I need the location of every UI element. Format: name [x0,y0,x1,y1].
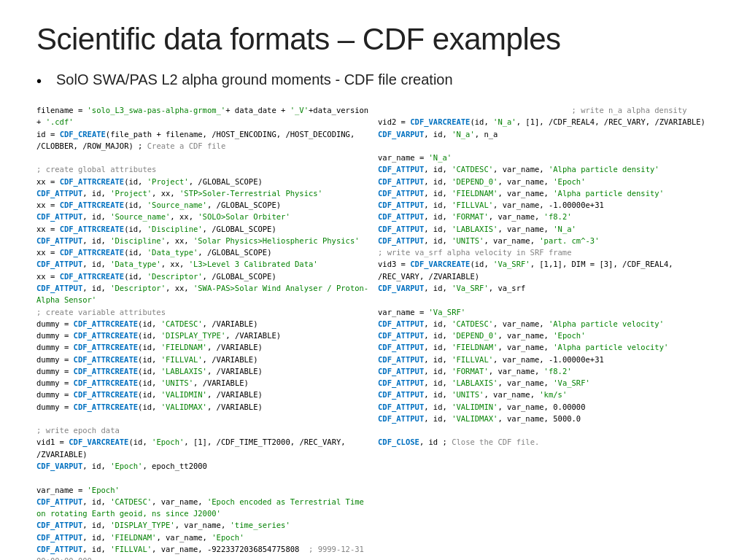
code-text-right: ; write n_a alpha density vid2 = CDF_VAR… [378,104,711,448]
subtitle-text: SolO SWA/PAS L2 alpha ground moments - C… [49,71,453,88]
code-col-right: ; write n_a alpha density vid2 = CDF_VAR… [378,104,711,560]
page-title: Scientific data formats – CDF examples [36,22,711,57]
code-text-left: filename = 'solo_L3_swa-pas-alpha-grmom_… [36,104,369,560]
code-block: filename = 'solo_L3_swa-pas-alpha-grmom_… [36,104,711,560]
bullet-dot: • [36,73,42,90]
code-col-left: filename = 'solo_L3_swa-pas-alpha-grmom_… [36,104,378,560]
subtitle-bullet: • SolO SWA/PAS L2 alpha ground moments -… [36,71,711,101]
